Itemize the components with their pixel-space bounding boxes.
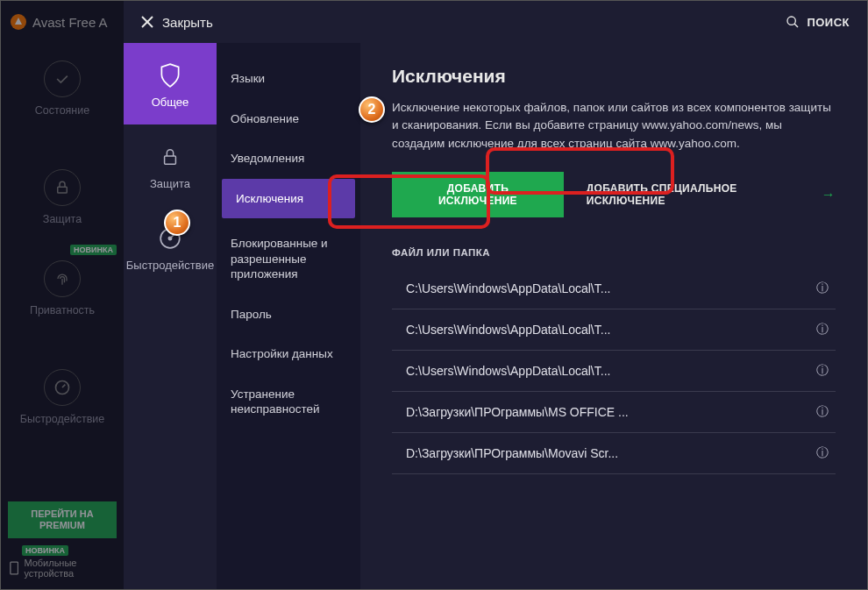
svg-rect-1 xyxy=(58,187,68,193)
nav-privacy[interactable]: НОВИНКА Приватность xyxy=(1,243,124,334)
sub-update[interactable]: Обновление xyxy=(217,99,360,139)
mobile-devices-link[interactable]: НОВИНКА Мобильные устройства xyxy=(8,556,117,580)
info-icon[interactable]: ⓘ xyxy=(816,404,829,420)
svg-point-10 xyxy=(168,237,171,239)
sub-data-settings[interactable]: Настройки данных xyxy=(217,334,360,374)
sub-exceptions[interactable]: Исключения xyxy=(222,179,355,219)
sub-languages[interactable]: Языки xyxy=(217,59,360,99)
exception-row[interactable]: C:\Users\Windows\AppData\Local\T... ⓘ xyxy=(392,351,836,392)
info-icon[interactable]: ⓘ xyxy=(816,281,829,296)
fingerprint-icon xyxy=(44,260,81,297)
svg-rect-8 xyxy=(165,156,176,164)
settings-sub-column: Языки Обновление Уведомления Исключения … xyxy=(217,43,360,589)
check-circle-icon xyxy=(44,60,81,97)
sub-troubleshoot[interactable]: Устранение неисправностей xyxy=(217,374,360,430)
exception-path: C:\Users\Windows\AppData\Local\T... xyxy=(406,323,610,337)
nav-performance[interactable]: Быстродействие xyxy=(1,352,124,443)
annotation-badge-2: 2 xyxy=(359,96,385,123)
exception-path: D:\Загрузки\ПРОграммы\Movavi Scr... xyxy=(406,446,618,460)
info-icon[interactable]: ⓘ xyxy=(816,445,829,461)
nav-protection[interactable]: Защита xyxy=(1,152,124,243)
close-icon xyxy=(141,16,153,28)
modal-header: Закрыть ПОИСК xyxy=(124,1,867,43)
exception-path: C:\Users\Windows\AppData\Local\T... xyxy=(406,364,610,378)
arrow-right-icon: → xyxy=(822,187,836,203)
exception-path: C:\Users\Windows\AppData\Local\T... xyxy=(406,281,610,295)
lock-icon xyxy=(157,144,183,170)
exception-row[interactable]: C:\Users\Windows\AppData\Local\T... ⓘ xyxy=(392,309,836,351)
settings-modal: Закрыть ПОИСК Общее Защита xyxy=(124,1,867,589)
brand-logo: Avast Free A xyxy=(1,8,124,43)
avast-logo-icon xyxy=(10,13,27,31)
premium-button[interactable]: ПЕРЕЙТИ НА PREMIUM xyxy=(8,501,117,538)
page-title: Исключения xyxy=(392,66,836,87)
category-general[interactable]: Общее xyxy=(124,43,217,124)
page-description: Исключение некоторых файлов, папок или с… xyxy=(392,99,836,153)
info-icon[interactable]: ⓘ xyxy=(816,322,829,338)
info-icon[interactable]: ⓘ xyxy=(816,363,829,379)
gauge-icon xyxy=(44,369,81,406)
category-protection[interactable]: Защита xyxy=(124,124,217,206)
new-badge: НОВИНКА xyxy=(70,245,117,255)
shield-icon xyxy=(157,62,183,89)
svg-point-6 xyxy=(787,17,795,25)
main-sidebar: Avast Free A Состояние Защита НОВИНКА Пр… xyxy=(1,1,124,589)
settings-category-column: Общее Защита Быстродействие xyxy=(124,43,217,589)
mobile-icon xyxy=(10,561,18,575)
section-header: ФАЙЛ ИЛИ ПАПКА xyxy=(392,247,836,258)
add-exception-button[interactable]: ДОБАВИТЬ ИСКЛЮЧЕНИЕ xyxy=(392,172,564,217)
sub-password[interactable]: Пароль xyxy=(217,295,360,335)
add-special-exception-link[interactable]: ДОБАВИТЬ СПЕЦИАЛЬНОЕ ИСКЛЮЧЕНИЕ → xyxy=(587,182,836,207)
close-button[interactable]: Закрыть xyxy=(141,15,213,30)
new-badge: НОВИНКА xyxy=(22,545,68,556)
exception-row[interactable]: C:\Users\Windows\AppData\Local\T... ⓘ xyxy=(392,268,836,309)
svg-rect-3 xyxy=(11,562,18,574)
svg-line-7 xyxy=(794,24,798,27)
exception-row[interactable]: D:\Загрузки\ПРОграммы\MS OFFICE ... ⓘ xyxy=(392,392,836,433)
search-icon xyxy=(786,15,800,29)
settings-main-panel: Исключения Исключение некоторых файлов, … xyxy=(360,43,867,589)
annotation-badge-1: 1 xyxy=(164,210,190,236)
exception-path: D:\Загрузки\ПРОграммы\MS OFFICE ... xyxy=(406,405,629,419)
sub-notifications[interactable]: Уведомления xyxy=(217,139,360,179)
sub-blocked-apps[interactable]: Блокированные и разрешенные приложения xyxy=(217,224,360,295)
lock-icon xyxy=(44,169,81,206)
nav-status[interactable]: Состояние xyxy=(1,43,124,134)
search-button[interactable]: ПОИСК xyxy=(786,15,850,29)
exception-row[interactable]: D:\Загрузки\ПРОграммы\Movavi Scr... ⓘ xyxy=(392,433,836,474)
